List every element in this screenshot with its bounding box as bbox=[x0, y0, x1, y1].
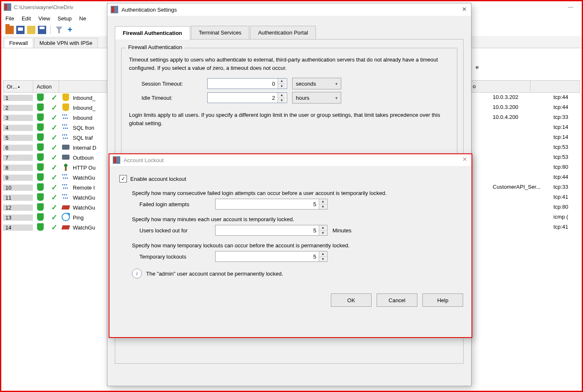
status-shield-icon bbox=[33, 104, 48, 112]
tab-terminal-services[interactable]: Terminal Services bbox=[191, 26, 250, 39]
status-shield-icon bbox=[33, 94, 48, 102]
policy-name: Remote I bbox=[71, 185, 95, 191]
cell-order: 11 bbox=[3, 195, 33, 201]
menu-view[interactable]: View bbox=[38, 15, 50, 22]
col-action[interactable]: Action bbox=[33, 81, 59, 92]
auth-dialog-tabs: Firewall Authentication Terminal Service… bbox=[115, 26, 464, 39]
session-timeout-unit[interactable]: seconds▾ bbox=[292, 78, 341, 89]
cell-to: 10.0.3.202 bbox=[493, 94, 553, 100]
tab-firewall-auth[interactable]: Firewall Authentication bbox=[115, 26, 190, 39]
col-to[interactable]: o bbox=[469, 80, 531, 92]
idle-timeout-field[interactable] bbox=[208, 94, 278, 101]
col-order[interactable]: Or... ▴ bbox=[3, 81, 33, 92]
row-right-cells: tcp:14 bbox=[493, 122, 578, 132]
failed-attempts-field[interactable] bbox=[216, 201, 319, 208]
account-lockout-dialog: Account Lockout ✕ ✓ Enable account locko… bbox=[109, 153, 472, 338]
acct-dialog-title: Account Lockout bbox=[124, 157, 164, 163]
policy-type-icon bbox=[60, 224, 71, 231]
save-as-icon[interactable] bbox=[38, 26, 46, 34]
ok-button[interactable]: OK bbox=[331, 293, 372, 307]
tab-auth-portal[interactable]: Authentication Portal bbox=[250, 26, 316, 39]
policy-type-icon bbox=[60, 174, 71, 181]
temp-lockouts-field[interactable] bbox=[216, 253, 319, 260]
temp-lockouts-label: Temporary lockouts bbox=[139, 254, 210, 260]
enable-lockout-checkbox[interactable]: ✓ Enable account lockout bbox=[119, 175, 461, 182]
filter-icon[interactable] bbox=[55, 26, 63, 34]
cell-order: 9 bbox=[3, 175, 33, 181]
enabled-check-icon: ✓ bbox=[48, 133, 60, 142]
cell-order: 2 bbox=[3, 105, 33, 111]
app-icon bbox=[4, 3, 11, 11]
menu-setup[interactable]: Setup bbox=[57, 15, 72, 22]
enabled-check-icon: ✓ bbox=[48, 203, 60, 212]
policy-name: Internal D bbox=[71, 145, 96, 151]
help-button[interactable]: Help bbox=[422, 293, 463, 307]
login-limits-text: Login limits apply to all users. If you … bbox=[129, 111, 449, 127]
spinner-icon[interactable]: ▲▼ bbox=[319, 199, 327, 209]
cancel-button[interactable]: Cancel bbox=[377, 293, 417, 307]
close-icon[interactable]: ✕ bbox=[462, 156, 467, 163]
policy-type-icon bbox=[60, 114, 71, 121]
policy-name: Outboun bbox=[71, 155, 94, 161]
policy-type-icon bbox=[60, 145, 71, 151]
locked-out-input[interactable]: ▲▼ bbox=[215, 225, 327, 236]
menu-edit[interactable]: Edit bbox=[22, 15, 31, 22]
minimize-button[interactable]: ― bbox=[565, 4, 576, 12]
save-icon[interactable] bbox=[16, 26, 25, 34]
status-shield-icon bbox=[33, 183, 48, 192]
session-timeout-input[interactable]: ▲▼ bbox=[207, 78, 287, 89]
open-folder-icon[interactable] bbox=[27, 26, 35, 34]
idle-timeout-unit[interactable]: hours▾ bbox=[292, 92, 341, 104]
open-icon[interactable] bbox=[5, 26, 14, 34]
acct-dialog-titlebar: Account Lockout ✕ bbox=[109, 154, 471, 166]
failed-attempts-input[interactable]: ▲▼ bbox=[215, 199, 327, 210]
cell-port: tcp:44 bbox=[553, 174, 578, 180]
enabled-check-icon: ✓ bbox=[48, 173, 60, 182]
tab-mobile-vpn[interactable]: Mobile VPN with IPSe bbox=[34, 38, 98, 48]
status-shield-icon bbox=[33, 143, 48, 152]
temp-lockouts-input[interactable]: ▲▼ bbox=[215, 251, 327, 262]
cell-order: 7 bbox=[3, 155, 33, 161]
spinner-icon[interactable]: ▲▼ bbox=[278, 93, 285, 103]
row-right-cells: tcp:80 bbox=[493, 162, 578, 172]
info-icon: i bbox=[132, 269, 142, 279]
toolbar-separator bbox=[50, 26, 51, 34]
cell-port: tcp:14 bbox=[553, 124, 578, 130]
auth-dialog-titlebar: Authentication Settings ✕ bbox=[107, 3, 471, 16]
spinner-icon[interactable]: ▲▼ bbox=[319, 225, 327, 235]
close-icon[interactable]: ✕ bbox=[462, 6, 467, 12]
locked-out-field[interactable] bbox=[216, 227, 319, 234]
policy-name: Inbound_ bbox=[71, 95, 95, 101]
chevron-down-icon: ▾ bbox=[335, 96, 337, 100]
row-right-cells: 10.0.3.200tcp:44 bbox=[493, 102, 578, 112]
checkbox-icon: ✓ bbox=[119, 175, 127, 182]
status-shield-icon bbox=[33, 213, 48, 222]
cell-to: 10.0.3.200 bbox=[493, 104, 553, 110]
menu-trunc[interactable]: Ne bbox=[79, 15, 86, 22]
enabled-check-icon: ✓ bbox=[48, 93, 60, 102]
tab-firewall[interactable]: Firewall bbox=[4, 38, 33, 48]
row-right-cells: tcp:41 bbox=[493, 192, 578, 202]
cell-order: 13 bbox=[3, 214, 33, 221]
enabled-check-icon: ✓ bbox=[48, 223, 60, 232]
policy-name: Ping bbox=[71, 214, 84, 221]
cell-order: 4 bbox=[3, 125, 33, 131]
cell-to: CustomerAPI_Ser... bbox=[493, 184, 553, 190]
spinner-icon[interactable]: ▲▼ bbox=[319, 251, 327, 261]
policy-name: HTTP Ou bbox=[71, 165, 96, 171]
status-shield-icon bbox=[33, 153, 48, 162]
idle-timeout-label: Idle Timeout: bbox=[129, 95, 202, 101]
add-icon[interactable]: + bbox=[66, 26, 74, 34]
spinner-icon[interactable]: ▲▼ bbox=[278, 79, 285, 89]
fieldset-legend: Firewall Authentication bbox=[126, 44, 185, 50]
session-timeout-label: Session Timeout: bbox=[129, 81, 202, 87]
idle-timeout-input[interactable]: ▲▼ bbox=[207, 92, 287, 103]
policy-name: Inbound bbox=[71, 115, 92, 121]
cell-order: 6 bbox=[3, 145, 33, 151]
menu-file[interactable]: File bbox=[5, 15, 14, 22]
enabled-check-icon: ✓ bbox=[48, 193, 60, 202]
session-timeout-field[interactable] bbox=[208, 80, 278, 87]
policy-name: SQL traf bbox=[71, 135, 93, 141]
enable-lockout-label: Enable account lockout bbox=[130, 176, 186, 182]
enabled-check-icon: ✓ bbox=[48, 213, 60, 222]
